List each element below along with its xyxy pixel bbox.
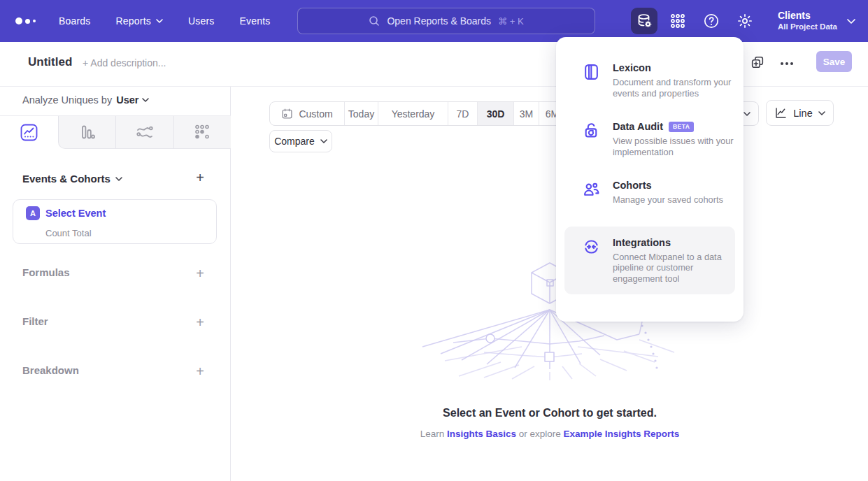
menu-item-cohorts[interactable]: Cohorts Manage your saved cohorts	[564, 180, 735, 206]
report-canvas: Custom Today Yesterday 7D 30D 3M 6M Comp…	[232, 87, 868, 481]
project-selector[interactable]: Clients All Project Data	[778, 10, 855, 32]
app-root: Boards Reports Users Events Open Reports…	[0, 0, 868, 481]
select-event-link[interactable]: Select Event	[45, 208, 106, 219]
date-range-30d-active[interactable]: 30D	[477, 102, 513, 125]
gear-icon	[737, 13, 753, 29]
calendar-icon	[281, 108, 293, 120]
menu-item-text: Lexicon Document and transform your even…	[613, 62, 735, 99]
search-input[interactable]: Open Reports & Boards ⌘ + K	[297, 8, 595, 34]
nav-reports-label: Reports	[116, 15, 151, 27]
breakdown-section: Breakdown +	[0, 361, 231, 382]
data-audit-lock-icon	[583, 121, 601, 157]
search-icon	[369, 15, 380, 27]
nav-boards-label: Boards	[59, 15, 91, 27]
header-icon-group: Clients All Project Data	[631, 0, 868, 42]
date-range-today-label: Today	[348, 108, 374, 120]
date-range-30d-label: 30D	[487, 108, 505, 120]
nav-reports[interactable]: Reports	[116, 15, 163, 27]
flow-icon	[136, 124, 154, 141]
menu-item-text: Integrations Connect Mixpanel to a data …	[613, 237, 725, 285]
nav-boards[interactable]: Boards	[59, 15, 91, 27]
apps-grid-icon[interactable]	[664, 8, 691, 34]
chevron-down-icon	[320, 139, 327, 143]
org-name: Clients	[778, 10, 837, 22]
chart-style-dropdown[interactable]: Line	[766, 100, 834, 126]
breakdown-label: Breakdown	[22, 364, 79, 376]
formulas-section: Formulas +	[0, 263, 231, 284]
line-style-icon	[774, 106, 788, 120]
project-name: All Project Data	[778, 22, 837, 32]
add-event-button[interactable]: +	[192, 170, 208, 185]
formulas-label: Formulas	[22, 266, 70, 278]
add-description-field[interactable]: + Add description...	[83, 57, 166, 69]
top-nav-bar: Boards Reports Users Events Open Reports…	[0, 0, 868, 42]
tab-metric-grid[interactable]	[173, 116, 232, 149]
count-total-label[interactable]: Count Total	[45, 228, 92, 238]
tab-bar-chart[interactable]	[58, 116, 116, 149]
menu-item-title: Data Audit	[613, 121, 663, 132]
menu-item-data-audit[interactable]: Data Audit BETA View possible issues wit…	[564, 121, 735, 157]
events-cohorts-label: Events & Cohorts	[22, 173, 111, 185]
save-button[interactable]: Save	[816, 51, 852, 72]
bar-chart-icon	[78, 124, 95, 141]
nav-events[interactable]: Events	[240, 15, 271, 27]
duplicate-button[interactable]	[750, 55, 765, 70]
add-breakdown-button[interactable]: +	[192, 364, 208, 379]
help-icon[interactable]	[698, 8, 725, 34]
nav-users-label: Users	[188, 15, 215, 27]
chevron-down-icon	[818, 111, 825, 115]
date-range-3m[interactable]: 3M	[513, 102, 539, 125]
chart-type-tabs	[0, 115, 231, 149]
insights-basics-link[interactable]: Insights Basics	[447, 429, 516, 439]
line-chart-icon	[20, 124, 38, 141]
add-formula-button[interactable]: +	[192, 266, 208, 281]
date-range-custom-label: Custom	[299, 108, 332, 120]
search-placeholder: Open Reports & Boards	[387, 15, 491, 27]
dots-grid-icon	[194, 124, 211, 141]
chart-style-label: Line	[793, 108, 812, 119]
chevron-down-icon	[847, 19, 855, 24]
chevron-down-icon	[142, 98, 149, 102]
data-management-icon[interactable]	[631, 8, 657, 34]
events-cohorts-header[interactable]: Events & Cohorts	[22, 173, 122, 185]
data-management-menu: Lexicon Document and transform your even…	[556, 37, 744, 322]
date-range-yesterday-label: Yesterday	[392, 108, 435, 120]
compare-button[interactable]: Compare	[269, 130, 332, 152]
example-insights-reports-link[interactable]: Example Insights Reports	[564, 429, 680, 439]
tab-flow-chart[interactable]	[115, 116, 173, 149]
menu-item-title: Cohorts	[613, 180, 652, 191]
primary-nav: Boards Reports Users Events	[59, 15, 271, 27]
event-letter-badge: A	[26, 206, 40, 220]
tab-line-chart[interactable]	[0, 116, 58, 149]
mixpanel-logo[interactable]	[15, 17, 48, 24]
menu-item-desc: View possible issues with your implement…	[613, 136, 735, 157]
settings-gear-icon[interactable]	[732, 8, 758, 34]
nav-users[interactable]: Users	[188, 15, 215, 27]
menu-item-text: Data Audit BETA View possible issues wit…	[613, 121, 735, 157]
database-gear-icon	[636, 13, 653, 29]
date-range-yesterday[interactable]: Yesterday	[378, 102, 448, 125]
logo-dot	[33, 20, 36, 22]
event-card[interactable]: A Select Event Count Total	[13, 199, 217, 244]
date-range-today[interactable]: Today	[344, 102, 378, 125]
analyze-by-value: User	[116, 94, 138, 106]
date-range-custom[interactable]: Custom	[270, 102, 344, 125]
logo-dot	[25, 19, 30, 24]
question-circle-icon	[703, 13, 720, 29]
menu-item-desc: Manage your saved cohorts	[613, 194, 723, 206]
menu-item-integrations[interactable]: Integrations Connect Mixpanel to a data …	[564, 227, 735, 295]
more-options-button[interactable]	[778, 55, 796, 73]
report-title[interactable]: Untitled	[28, 55, 72, 69]
menu-item-lexicon[interactable]: Lexicon Document and transform your even…	[564, 62, 735, 99]
integrations-sync-icon	[583, 237, 601, 285]
menu-item-title: Lexicon	[613, 62, 651, 73]
filter-section: Filter +	[0, 312, 231, 333]
analyze-prefix-label: Analyze Uniques by	[22, 94, 112, 106]
analyze-by-dropdown[interactable]: User	[116, 94, 149, 106]
date-range-7d[interactable]: 7D	[448, 102, 477, 125]
add-filter-button[interactable]: +	[192, 315, 208, 330]
chevron-down-icon	[115, 177, 122, 181]
search-shortcut: ⌘ + K	[498, 16, 524, 27]
beta-badge: BETA	[669, 122, 695, 132]
nav-events-label: Events	[240, 15, 271, 27]
